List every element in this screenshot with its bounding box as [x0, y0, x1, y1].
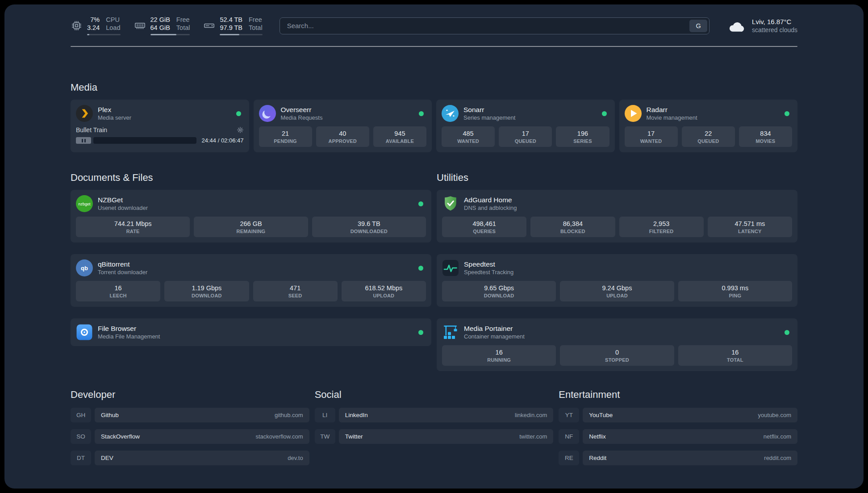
stat-label: REMAINING: [195, 228, 307, 234]
sonarr-icon: [442, 105, 459, 122]
speedtest-icon: [442, 259, 459, 276]
portainer-link[interactable]: Media Portainer Container management: [442, 324, 525, 341]
gear-icon[interactable]: [237, 126, 244, 134]
stat-block: 498,461 QUERIES: [442, 217, 526, 237]
cloud-icon: [726, 19, 746, 33]
section-title-developer: Developer: [71, 389, 309, 401]
stat-value: 618.52 Mbps: [342, 284, 425, 292]
portainer-card: Media Portainer Container management 16 …: [437, 318, 797, 371]
nzbget-icon: nzbget: [76, 195, 93, 212]
topbar-divider: [71, 46, 797, 47]
bookmark-name: Reddit: [589, 455, 606, 461]
stat-label: LEECH: [77, 292, 159, 299]
stat-value: 9.65 Gbps: [443, 284, 555, 292]
adguard-card: AdGuard Home DNS and adblocking 498,461 …: [437, 190, 797, 242]
stat-label: DOWNLOADED: [313, 228, 425, 234]
stat-value: 16: [77, 284, 159, 292]
service-description: DNS and adblocking: [464, 205, 517, 212]
adguard-link[interactable]: AdGuard Home DNS and adblocking: [442, 195, 517, 212]
sonarr-link[interactable]: Sonarr Series management: [442, 105, 515, 122]
section-title-documents: Documents & Files: [71, 172, 431, 184]
stat-block: 21 PENDING: [259, 126, 312, 147]
disk-icon: [203, 20, 215, 32]
stat-block: 22 QUEUED: [682, 126, 735, 147]
stat-block: 40 APPROVED: [316, 126, 369, 147]
radarr-link[interactable]: Radarr Movie management: [625, 105, 697, 122]
service-description: Torrent downloader: [98, 269, 147, 276]
bookmark-abbr: RE: [559, 451, 579, 465]
bookmark-group-developer: Developer GH Github github.com SO StackO…: [71, 389, 309, 465]
stat-block: 485 WANTED: [442, 126, 495, 147]
stat-label: WANTED: [442, 138, 494, 144]
memory-progress-bar: [150, 34, 190, 35]
status-dot: [418, 266, 423, 271]
cpu-progress-bar: [87, 34, 121, 35]
stat-block: 744.21 Mbps RATE: [76, 217, 190, 237]
bookmark-domain: netflix.com: [764, 433, 791, 440]
bookmark-domain: twitter.com: [519, 433, 547, 440]
media-card-grid: Plex Media server Bullet Train: [71, 100, 797, 152]
stat-label: SEED: [254, 292, 337, 299]
service-description: Usenet downloader: [98, 205, 148, 212]
cpu-load-value: 3.24: [87, 24, 100, 32]
bookmark-reddit[interactable]: RE Reddit reddit.com: [559, 451, 797, 465]
top-bar: 7% CPU 3.24 Load: [71, 16, 797, 35]
bookmark-youtube[interactable]: YT YouTube youtube.com: [559, 408, 797, 422]
stat-value: 22: [683, 130, 734, 138]
stat-value: 86,384: [531, 220, 614, 228]
stat-label: RUNNING: [443, 357, 555, 363]
status-dot: [602, 111, 607, 116]
weather-location: Lviv, 16.87°C: [752, 17, 797, 26]
stat-value: 21: [260, 130, 311, 138]
bookmark-name: Netflix: [589, 433, 606, 440]
svg-text:nzbget: nzbget: [78, 202, 91, 206]
service-name: Media Portainer: [464, 324, 525, 333]
filebrowser-link[interactable]: File Browser Media File Management: [76, 324, 160, 341]
bookmark-name: Twitter: [345, 433, 363, 440]
bookmark-abbr: NF: [559, 429, 579, 444]
service-description: Series management: [463, 114, 515, 121]
qbittorrent-link[interactable]: qb qBittorrent Torrent downloader: [76, 259, 147, 276]
disk-free-label: Free: [249, 16, 263, 24]
stat-value: 485: [442, 130, 494, 138]
radarr-icon: [625, 105, 642, 122]
service-description: Speedtest Tracking: [464, 269, 513, 276]
section-title-utilities: Utilities: [437, 172, 797, 184]
bookmark-github[interactable]: GH Github github.com: [71, 408, 309, 422]
stat-value: 0.993 ms: [679, 284, 791, 292]
overseerr-link[interactable]: Overseerr Media Requests: [259, 105, 323, 122]
bookmark-abbr: LI: [315, 408, 335, 422]
pause-button[interactable]: [76, 137, 91, 144]
bookmark-netflix[interactable]: NF Netflix netflix.com: [559, 429, 797, 444]
status-dot: [785, 330, 789, 335]
plex-link[interactable]: Plex Media server: [76, 105, 131, 122]
filebrowser-card: File Browser Media File Management: [71, 318, 431, 346]
playback-time: 24:44 / 02:06:47: [202, 137, 244, 144]
status-dot: [236, 111, 241, 116]
overseerr-icon: [259, 105, 276, 122]
stat-value: 47.571 ms: [709, 220, 791, 228]
stat-label: SERIES: [557, 138, 608, 144]
service-name: qBittorrent: [98, 260, 147, 268]
stat-value: 266 GB: [195, 220, 307, 228]
section-title-social: Social: [315, 389, 554, 401]
bookmark-name: DEV: [101, 455, 113, 461]
bookmark-dev[interactable]: DT DEV dev.to: [71, 451, 309, 465]
bookmark-linkedin[interactable]: LI LinkedIn linkedin.com: [315, 408, 554, 422]
stat-label: UPLOAD: [342, 292, 425, 299]
bookmark-twitter[interactable]: TW Twitter twitter.com: [315, 429, 554, 444]
speedtest-link[interactable]: Speedtest Speedtest Tracking: [442, 259, 513, 276]
search-provider-button[interactable]: G: [689, 20, 707, 32]
stat-block: 266 GB REMAINING: [194, 217, 308, 237]
bookmark-domain: github.com: [275, 412, 303, 418]
service-description: Media server: [98, 114, 131, 121]
stat-value: 9.24 Gbps: [561, 284, 673, 292]
search-input[interactable]: [280, 17, 709, 34]
nzbget-link[interactable]: nzbget NZBGet Usenet downloader: [76, 195, 148, 212]
stat-value: 0: [561, 348, 673, 356]
disk-widget: 52.4 TB Free 97.9 TB Total: [203, 16, 262, 35]
bookmark-stackoverflow[interactable]: SO StackOverflow stackoverflow.com: [71, 429, 309, 444]
stat-block: 945 AVAILABLE: [373, 126, 426, 147]
dashboard: 7% CPU 3.24 Load: [4, 4, 864, 489]
memory-icon: [134, 20, 146, 32]
